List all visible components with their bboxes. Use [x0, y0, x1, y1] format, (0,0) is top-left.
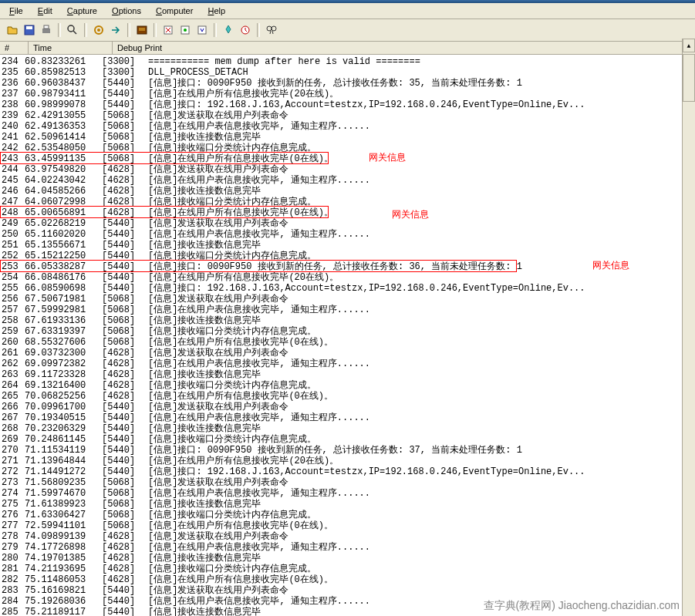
menu-file[interactable]: File: [3, 5, 29, 17]
save-icon[interactable]: [22, 22, 37, 38]
svg-point-19: [272, 26, 276, 31]
toolbar: [0, 19, 695, 42]
log-row[interactable]: 27874.09899139[4628][信息]发送获取在线用户列表命令: [0, 531, 695, 542]
log-row[interactable]: 23460.83233261[3300]=========== mem dump…: [0, 56, 695, 67]
open-icon[interactable]: [5, 22, 20, 38]
log-row[interactable]: 23660.96038437[5440][信息]接口: 0090F950 接收到…: [0, 78, 695, 89]
menu-edit[interactable]: Edit: [32, 5, 59, 17]
highlight-icon[interactable]: [221, 22, 236, 38]
log-row[interactable]: 25967.63319397[5068][信息]接收端口分类统计内存信息完成。: [0, 326, 695, 337]
log-row[interactable]: 27471.59974670[5068][信息]在线用户表信息接收完毕, 通知主…: [0, 488, 695, 499]
log-row[interactable]: 24865.00656891[4628][信息]在线用户所有信息接收完毕(0在线…: [0, 207, 695, 218]
svg-point-7: [97, 29, 100, 32]
log-row[interactable]: 28174.21193695[4628][信息]接收端口分类统计内存信息完成。: [0, 564, 695, 574]
log-row[interactable]: 26970.24861145[5440][信息]接收端口分类统计内存信息完成。: [0, 434, 695, 445]
history-icon[interactable]: [238, 22, 253, 38]
svg-rect-2: [42, 29, 50, 33]
log-row[interactable]: 24664.04585266[4628][信息]接收连接数信息完毕: [0, 186, 695, 197]
log-row[interactable]: 27571.61389923[5068][信息]接收连接数信息完毕: [0, 499, 695, 510]
svg-rect-3: [44, 25, 49, 29]
log-row[interactable]: 25165.13556671[5440][信息]接收连接数信息完毕: [0, 240, 695, 251]
header-num[interactable]: #: [0, 42, 29, 54]
log-row[interactable]: 23560.85982513[3300]DLL_PROCESS_DETACH: [0, 67, 695, 78]
clear-icon[interactable]: [160, 22, 176, 38]
log-row[interactable]: 28375.16169821[5440][信息]发送获取在线用户列表命令: [0, 585, 695, 596]
separator: [154, 23, 157, 37]
log-row[interactable]: 28575.21189117[5440][信息]接收连接数信息完毕: [0, 607, 695, 616]
log-row[interactable]: 23962.42913055[5068][信息]发送获取在线用户列表命令: [0, 110, 695, 121]
log-row[interactable]: 23760.98793411[5440][信息]在线用户所有信息接收完毕(20在…: [0, 89, 695, 99]
scroll-thumb[interactable]: [683, 54, 695, 102]
log-row[interactable]: 28275.11486053[4628][信息]在线用户所有信息接收完毕(0在线…: [0, 574, 695, 585]
search-icon[interactable]: [65, 22, 80, 38]
log-row[interactable]: 25466.08486176[5440][信息]在线用户所有信息接收完毕(20在…: [0, 272, 695, 283]
log-row[interactable]: 26169.03732300[4628][信息]发送获取在线用户列表命令: [0, 348, 695, 358]
menu-options[interactable]: Options: [106, 5, 147, 17]
log-row[interactable]: 26469.13216400[4628][信息]接收端口分类统计内存信息完成。: [0, 380, 695, 391]
menu-computer[interactable]: Computer: [150, 5, 199, 17]
svg-point-18: [267, 26, 272, 31]
log-row[interactable]: 24764.06072998[4628][信息]接收端口分类统计内存信息完成。: [0, 197, 695, 207]
log-row[interactable]: 27671.63306427[5068][信息]接收端口分类统计内存信息完成。: [0, 510, 695, 520]
menu-help[interactable]: Help: [201, 5, 231, 17]
log-row[interactable]: 25065.11602020[5440][信息]在线用户表信息接收完毕, 通知主…: [0, 229, 695, 240]
log-row[interactable]: 24062.49136353[5068][信息]在线用户表信息接收完毕, 通知主…: [0, 121, 695, 132]
log-area[interactable]: 23460.83233261[3300]=========== mem dump…: [0, 55, 695, 616]
column-headers: # Time Debug Print: [0, 42, 695, 55]
log-row[interactable]: 25366.05338287[5440][信息]接口: 0090F950 接收到…: [0, 261, 695, 272]
svg-line-21: [272, 31, 273, 34]
log-row[interactable]: 23860.98999078[5440][信息]接口: 192.168.J.16…: [0, 99, 695, 110]
log-row[interactable]: 26269.09972382[4628][信息]在线用户表信息接收完毕, 通知主…: [0, 358, 695, 369]
arrow-right-icon[interactable]: [108, 22, 123, 38]
print-icon[interactable]: [39, 22, 54, 38]
svg-point-15: [184, 29, 187, 32]
log-row[interactable]: 27071.11534119[5440][信息]接口: 0090F950 接收到…: [0, 445, 695, 456]
log-row[interactable]: 27171.13964844[5440][信息]在线用户所有信息接收完毕(20在…: [0, 456, 695, 466]
log-row[interactable]: 26870.23206329[5440][信息]接收连接数信息完毕: [0, 423, 695, 434]
log-row[interactable]: 27772.59941101[5068][信息]在线用户所有信息接收完毕(0在线…: [0, 520, 695, 531]
svg-line-5: [73, 31, 76, 34]
menu-capture[interactable]: Capture: [61, 5, 103, 17]
separator: [84, 23, 87, 37]
filter-icon[interactable]: [177, 22, 193, 38]
separator: [214, 23, 217, 37]
log-row[interactable]: 25767.59992981[5068][信息]在线用户表信息接收完毕, 通知主…: [0, 305, 695, 315]
gear-icon[interactable]: [91, 22, 106, 38]
log-row[interactable]: 24463.97549820[4628][信息]发送获取在线用户列表命令: [0, 164, 695, 175]
scroll-up-icon[interactable]: ▲: [683, 39, 695, 52]
log-row[interactable]: 24965.02268219[5440][信息]发送获取在线用户列表命令: [0, 218, 695, 229]
log-row[interactable]: 26770.19340515[5440][信息]在线用户表信息接收完毕, 通知主…: [0, 412, 695, 423]
svg-rect-1: [26, 26, 32, 29]
log-row[interactable]: 27271.14491272[5440][信息]接口: 192.168.J.16…: [0, 466, 695, 477]
svg-point-4: [68, 25, 74, 32]
header-debug[interactable]: Debug Print: [113, 42, 695, 54]
separator: [127, 23, 130, 37]
capture-icon[interactable]: [134, 22, 150, 38]
log-row[interactable]: 26068.55327606[5068][信息]在线用户所有信息接收完毕(0在线…: [0, 337, 695, 348]
log-row[interactable]: 27371.56809235[5068][信息]发送获取在线用户列表命令: [0, 477, 695, 488]
find-icon[interactable]: [264, 22, 279, 38]
vertical-scrollbar[interactable]: ▲: [682, 39, 695, 616]
log-row[interactable]: 24262.53548050[5068][信息]接收端口分类统计内存信息完成。: [0, 143, 695, 153]
separator: [58, 23, 61, 37]
svg-rect-16: [198, 26, 206, 34]
log-row[interactable]: 27974.17726898[4628][信息]在线用户表信息接收完毕, 通知主…: [0, 542, 695, 553]
log-row[interactable]: 26670.09961700[5440][信息]发送获取在线用户列表命令: [0, 402, 695, 412]
log-row[interactable]: 26570.06825256[4628][信息]在线用户所有信息接收完毕(0在线…: [0, 391, 695, 402]
log-row[interactable]: 28074.19701385[4628][信息]接收连接数信息完毕: [0, 553, 695, 564]
header-time[interactable]: Time: [29, 42, 113, 54]
log-row[interactable]: 24162.50961414[5068][信息]接收连接数信息完毕: [0, 132, 695, 143]
separator: [257, 23, 260, 37]
log-row[interactable]: 26369.11723328[4628][信息]接收连接数信息完毕: [0, 369, 695, 380]
log-row[interactable]: 24564.02243042[4628][信息]在线用户表信息接收完毕, 通知主…: [0, 175, 695, 186]
log-row[interactable]: 25566.08590698[5440][信息]接口: 192.168.J.16…: [0, 283, 695, 294]
menu-bar: File Edit Capture Options Computer Help: [0, 3, 695, 19]
log-row[interactable]: 25265.15212250[5440][信息]接收端口分类统计内存信息完成。: [0, 251, 695, 261]
autoscroll-icon[interactable]: [194, 22, 210, 38]
log-row[interactable]: 25867.61933136[5068][信息]接收连接数信息完毕: [0, 315, 695, 326]
log-row[interactable]: 24363.45991135[5068][信息]在线用户所有信息接收完毕(0在线…: [0, 153, 695, 164]
svg-line-20: [270, 31, 271, 34]
log-row[interactable]: 25667.50671981[5068][信息]发送获取在线用户列表命令: [0, 294, 695, 305]
log-row[interactable]: 28475.19268036[5440][信息]在线用户表信息接收完毕, 通知主…: [0, 596, 695, 607]
